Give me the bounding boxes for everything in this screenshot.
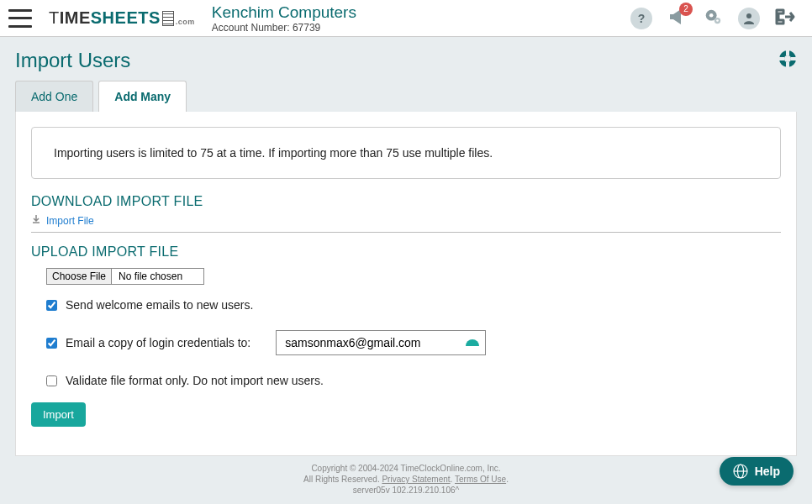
email-input[interactable]: [276, 330, 486, 355]
tab-add-many[interactable]: Add Many: [98, 81, 187, 112]
page-title: Import Users: [15, 49, 130, 72]
svg-rect-8: [786, 62, 789, 68]
svg-rect-9: [778, 57, 784, 60]
lifebuoy-help-icon[interactable]: [778, 50, 797, 71]
email-copy-checkbox[interactable]: [46, 338, 57, 349]
settings-gear-icon[interactable]: [703, 8, 723, 29]
user-profile-icon[interactable]: [738, 8, 760, 29]
svg-point-4: [746, 13, 751, 18]
floating-help-button[interactable]: Help: [720, 457, 794, 486]
send-welcome-checkbox[interactable]: [46, 300, 57, 311]
validate-only-row: Validate file format only. Do not import…: [46, 374, 781, 387]
logo-sheet-icon: [162, 11, 174, 26]
svg-rect-7: [786, 50, 789, 55]
app-header: TIMESHEETS.com Kenchim Computers Account…: [0, 0, 812, 37]
announcement-icon[interactable]: 2: [667, 8, 688, 29]
logo-ime: IME: [60, 8, 91, 28]
main-panel: Importing users is limited to 75 at a ti…: [15, 112, 797, 456]
footer-copyright: Copyright © 2004-2024 TimeClockOnline.co…: [0, 463, 812, 474]
page-title-row: Import Users: [0, 37, 812, 81]
email-copy-label: Email a copy of login credentials to:: [66, 336, 250, 349]
footer: Copyright © 2004-2024 TimeClockOnline.co…: [0, 463, 812, 496]
divider: [31, 232, 781, 233]
send-welcome-row: Send welcome emails to new users.: [46, 298, 781, 312]
svg-point-3: [716, 19, 719, 22]
download-icon: [31, 214, 41, 227]
privacy-link[interactable]: Privacy Statement: [382, 475, 450, 484]
logo-t: T: [49, 8, 60, 28]
hamburger-menu-icon[interactable]: [8, 9, 32, 28]
choose-file-button[interactable]: Choose File: [46, 268, 112, 285]
company-info: Kenchim Computers Account Number: 67739: [212, 3, 356, 34]
header-icons: ? 2: [630, 8, 804, 29]
email-input-wrap: [276, 330, 486, 355]
import-button[interactable]: Import: [31, 402, 86, 427]
logo-sheets: SHEETS: [91, 8, 161, 28]
logout-icon[interactable]: [775, 8, 795, 29]
import-file-link-row: Import File: [31, 214, 781, 227]
svg-point-1: [709, 13, 714, 17]
account-number: Account Number: 67739: [212, 22, 356, 34]
file-chosen-status: No file chosen: [112, 268, 204, 285]
upload-section-title: UPLOAD IMPORT FILE: [31, 244, 781, 260]
email-copy-row: Email a copy of login credentials to:: [46, 330, 781, 355]
terms-link[interactable]: Terms Of Use: [455, 475, 506, 484]
send-welcome-label: Send welcome emails to new users.: [66, 298, 253, 312]
file-chooser-row: Choose File No file chosen: [46, 268, 781, 285]
help-label: Help: [755, 465, 780, 478]
svg-rect-10: [791, 57, 797, 60]
help-icon[interactable]: ?: [630, 8, 652, 29]
svg-point-6: [784, 55, 791, 62]
globe-icon: [733, 464, 748, 479]
notification-badge: 2: [679, 3, 693, 16]
import-file-link[interactable]: Import File: [46, 215, 94, 227]
validate-only-label: Validate file format only. Do not import…: [66, 374, 324, 387]
footer-server: server05v 102.219.210.106^: [0, 485, 812, 496]
download-section-title: DOWNLOAD IMPORT FILE: [31, 194, 781, 209]
footer-links: All Rights Reserved. Privacy Statement. …: [0, 474, 812, 485]
tabs: Add One Add Many: [0, 81, 812, 112]
info-box: Importing users is limited to 75 at a ti…: [31, 127, 781, 179]
company-name: Kenchim Computers: [212, 3, 356, 22]
app-logo[interactable]: TIMESHEETS.com: [49, 8, 195, 28]
logo-dotcom: .com: [176, 18, 195, 28]
tab-add-one[interactable]: Add One: [15, 81, 93, 112]
validate-only-checkbox[interactable]: [46, 375, 57, 386]
